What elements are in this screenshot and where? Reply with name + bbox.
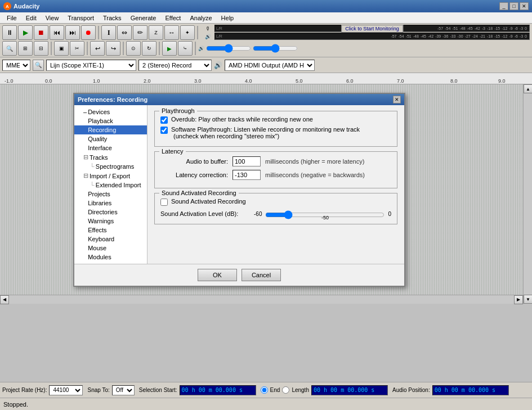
sidebar-item-playback[interactable]: – Playback — [74, 116, 147, 125]
play-green[interactable]: ▶ — [162, 41, 177, 56]
preferences-sidebar: – Devices – Playback – Recording – Quali… — [74, 105, 147, 264]
menu-transport[interactable]: Transport — [63, 13, 99, 22]
channels-select[interactable]: 2 (Stereo) Record — [138, 60, 212, 71]
timeshift-tool[interactable]: ↔ — [164, 25, 179, 40]
redo-button[interactable]: ↪ — [106, 41, 120, 56]
draw-tool[interactable]: ✏ — [133, 25, 147, 40]
separator-1 — [98, 26, 99, 39]
sidebar-item-recording[interactable]: – Recording — [74, 125, 147, 134]
sidebar-item-warnings[interactable]: – Warnings — [74, 217, 147, 226]
sidebar-item-libraries[interactable]: – Libraries — [74, 199, 147, 208]
pan-slider[interactable] — [253, 44, 298, 52]
output-vumeter[interactable]: L/R -57-54-51-48-45-42-39-36-33-30-27-24… — [214, 33, 530, 40]
project-rate-label: Project Rate (Hz): — [2, 387, 47, 393]
cursor-tool[interactable]: 𝐈 — [101, 25, 116, 40]
sar-row: Sound Activated Recording — [160, 198, 391, 206]
envelope-tool[interactable]: ⇔ — [117, 25, 132, 40]
playthrough-section: Playthrough Overdub: Play other tracks w… — [154, 111, 397, 147]
rewind-button[interactable]: ⏮ — [50, 25, 64, 40]
menu-edit[interactable]: Edit — [21, 13, 41, 22]
audio-position-input[interactable] — [432, 385, 509, 395]
sidebar-item-keyboard[interactable]: – Keyboard — [74, 235, 147, 244]
sidebar-item-mouse[interactable]: – Mouse — [74, 244, 147, 253]
menu-generate[interactable]: Generate — [126, 13, 161, 22]
buffer-note: milliseconds (higher = more latency) — [265, 158, 364, 165]
buffer-input[interactable] — [233, 156, 261, 166]
sync-button[interactable]: ⊙ — [126, 41, 141, 56]
correction-input[interactable] — [233, 170, 261, 180]
zoom-sel-button[interactable]: ⊟ — [34, 41, 48, 56]
end-radio[interactable] — [261, 386, 268, 394]
cancel-button[interactable]: Cancel — [242, 269, 281, 281]
bottom-toolbar: Project Rate (Hz): 44100 Snap To: Off Se… — [0, 382, 532, 398]
loop-button[interactable]: ↻ — [142, 41, 157, 56]
project-rate-select[interactable]: 44100 — [49, 385, 83, 395]
ok-button[interactable]: OK — [198, 269, 237, 281]
input-device-select[interactable]: Lijn (Scope XITE-1) — [46, 60, 136, 71]
zoom-in-button[interactable]: 🔍 — [2, 41, 17, 56]
silence-button[interactable]: ▣ — [54, 41, 69, 56]
output-device-select[interactable]: AMD HDMI Output (AMD High — [225, 60, 315, 71]
indent-spectrograms: └ — [90, 163, 95, 170]
end-value-input[interactable] — [311, 385, 388, 395]
overdub-checkbox[interactable] — [160, 116, 168, 124]
length-radio[interactable] — [282, 386, 289, 394]
sidebar-item-modules[interactable]: – Modules — [74, 253, 147, 262]
menu-view[interactable]: View — [41, 13, 64, 22]
sidebar-item-tracks[interactable]: ⊟ Tracks — [74, 152, 147, 162]
sar-checkbox[interactable] — [160, 199, 168, 206]
sidebar-item-interface[interactable]: – Interface — [74, 143, 147, 152]
play-ctrl[interactable]: ⤷ — [178, 41, 193, 56]
menu-analyze[interactable]: Analyze — [185, 13, 216, 22]
monitor-button[interactable]: Click to Start Monitoring — [341, 25, 403, 33]
record-button[interactable]: ⏺ — [81, 25, 96, 40]
sidebar-item-import-export[interactable]: ⊟ Import / Export — [74, 171, 147, 181]
maximize-button[interactable]: □ — [509, 2, 518, 10]
sidebar-item-devices[interactable]: – Devices — [74, 107, 147, 116]
search-button[interactable]: 🔍 — [33, 60, 44, 71]
multi-tool[interactable]: ✦ — [180, 25, 195, 40]
sidebar-item-effects[interactable]: – Effects — [74, 226, 147, 235]
ruler-mark-5: 5.0 — [296, 78, 303, 84]
audio-position-label: Audio Position: — [392, 387, 430, 393]
menu-effect[interactable]: Effect — [161, 13, 186, 22]
track-area: ▲ ▼ ◀ ▶ Preferences: Recording ✕ – Devic… — [0, 84, 532, 304]
zoom-fit-button[interactable]: ⊞ — [18, 41, 33, 56]
dialog-close-button[interactable]: ✕ — [393, 96, 401, 103]
zoom-tool[interactable]: Z — [149, 25, 163, 40]
snap-to-select[interactable]: Off — [112, 385, 135, 395]
play-button[interactable]: ▶ — [18, 25, 33, 40]
trim-button[interactable]: ✂ — [70, 41, 84, 56]
api-select[interactable]: MME — [2, 60, 30, 71]
dialog-buttons: OK Cancel — [74, 264, 404, 286]
separator-7 — [195, 42, 196, 55]
sidebar-item-quality[interactable]: – Quality — [74, 134, 147, 143]
sidebar-item-extended-import[interactable]: └ Extended Import — [74, 181, 147, 190]
gain-slider[interactable] — [206, 44, 251, 52]
ruler-mark-minus1: -1.0 — [5, 78, 14, 84]
dialog-titlebar: Preferences: Recording ✕ — [74, 94, 404, 105]
sidebar-item-directories[interactable]: – Directories — [74, 208, 147, 217]
input-vumeter[interactable]: Click to Start Monitoring L/R -57-54-51-… — [214, 25, 530, 32]
ruler-mark-6: 6.0 — [346, 78, 354, 84]
menu-tracks[interactable]: Tracks — [99, 13, 126, 22]
status-text: Stopped. — [3, 401, 28, 408]
sal-slider-container: -50 — [265, 208, 385, 219]
sal-min: -60 — [254, 211, 262, 217]
sidebar-item-projects[interactable]: – Projects — [74, 190, 147, 199]
playthrough-title: Playthrough — [159, 107, 197, 114]
close-button[interactable]: ✕ — [520, 2, 529, 10]
end-length-group: End Length — [261, 385, 388, 395]
menu-file[interactable]: File — [2, 13, 21, 22]
sidebar-item-spectrograms[interactable]: └ Spectrograms — [74, 162, 147, 171]
preferences-content: Playthrough Overdub: Play other tracks w… — [147, 105, 404, 264]
selection-start-input[interactable] — [180, 385, 256, 395]
undo-button[interactable]: ↩ — [90, 41, 105, 56]
forward-button[interactable]: ⏭ — [65, 25, 80, 40]
pause-button[interactable]: ⏸ — [2, 25, 17, 40]
minimize-button[interactable]: _ — [499, 2, 508, 10]
selection-start-label: Selection Start: — [139, 387, 177, 393]
stop-button[interactable]: ⏹ — [34, 25, 48, 40]
software-playthrough-checkbox[interactable] — [160, 127, 168, 134]
menu-help[interactable]: Help — [217, 13, 239, 22]
